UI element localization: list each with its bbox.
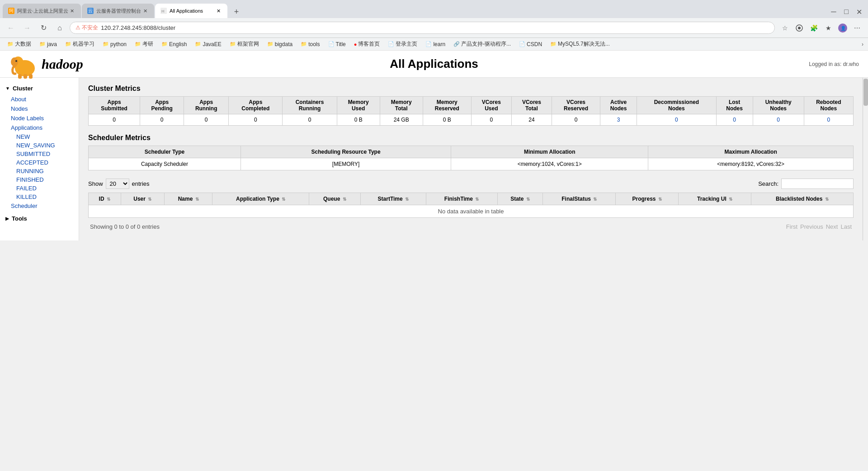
tab-close-1[interactable]: ✕ (68, 7, 75, 14)
sidebar-node-labels[interactable]: Node Labels (0, 113, 79, 123)
bookmarks-more-button[interactable]: › (862, 41, 863, 47)
address-bar[interactable]: ⚠ 不安全 120.27.248.245:8088/cluster (70, 22, 775, 34)
forward-button[interactable]: → (21, 22, 33, 34)
th-finish-time[interactable]: FinishTime ⇅ (426, 193, 497, 205)
close-window-button[interactable]: ✕ (853, 5, 865, 18)
cluster-toggle[interactable]: ▼ Cluster (0, 82, 79, 94)
td-vcores-reserved: 0 (552, 114, 600, 126)
bookmark-learn[interactable]: 📄 learn (423, 40, 448, 48)
favorites-icon[interactable]: ☆ (778, 22, 791, 34)
th-start-time[interactable]: StartTime ⇅ (361, 193, 426, 205)
bookmark-javaee[interactable]: 📁 JavaEE (192, 40, 224, 48)
td-lost-nodes: 0 (716, 114, 753, 126)
tab-close-3[interactable]: ✕ (215, 7, 222, 14)
browser-tab-1[interactable]: 阿 阿里云·上云就上阿里云 ✕ (3, 4, 81, 18)
sidebar-app-new-saving[interactable]: NEW_SAVING (0, 141, 79, 150)
rebooted-nodes-link[interactable]: 0 (827, 117, 830, 123)
sidebar-app-killed[interactable]: KILLED (0, 193, 79, 201)
scroll-thumb[interactable] (863, 79, 868, 106)
last-page-button[interactable]: Last (840, 223, 852, 230)
th-name[interactable]: Name ⇅ (164, 193, 212, 205)
bookmark-python[interactable]: 📁 python (100, 40, 129, 48)
th-queue[interactable]: Queue ⇅ (309, 193, 360, 205)
back-button[interactable]: ← (5, 22, 17, 34)
sidebar-about[interactable]: About (0, 94, 79, 104)
page-scrollbar[interactable] (863, 78, 868, 240)
search-label: Search: (758, 180, 778, 187)
lost-nodes-link[interactable]: 0 (733, 117, 736, 123)
bookmark-java[interactable]: 📁 java (37, 40, 60, 48)
tools-label: Tools (12, 215, 27, 222)
star-icon[interactable]: ★ (822, 22, 835, 34)
th-tracking-ui[interactable]: Tracking UI ⇅ (679, 193, 751, 205)
td-maximum-allocation: <memory:8192, vCores:32> (648, 158, 854, 170)
th-id[interactable]: ID ⇅ (89, 193, 121, 205)
sidebar-app-failed[interactable]: FAILED (0, 184, 79, 193)
th-blacklisted-nodes[interactable]: Blacklisted Nodes ⇅ (751, 193, 853, 205)
svg-rect-10 (18, 74, 22, 79)
browser-tab-3[interactable]: H All Applications ✕ (155, 4, 227, 18)
bookmark-english[interactable]: 📁 English (159, 40, 189, 48)
no-data-row: No data available in table (89, 205, 854, 218)
tab-close-2[interactable]: ✕ (142, 7, 149, 14)
sidebar-app-new[interactable]: NEW (0, 132, 79, 141)
bookmark-product[interactable]: 🔗 产品支持-驱动程序... (451, 39, 514, 49)
active-nodes-link[interactable]: 3 (617, 117, 620, 123)
page-title: All Applications (390, 57, 478, 71)
maximize-button[interactable]: □ (840, 5, 853, 18)
th-progress[interactable]: Progress ⇅ (616, 193, 679, 205)
th-active-nodes: ActiveNodes (600, 97, 637, 114)
browser-tab-2[interactable]: 云 云服务器管理控制台 ✕ (82, 4, 154, 18)
decommissioned-nodes-link[interactable]: 0 (675, 117, 678, 123)
th-user[interactable]: User ⇅ (121, 193, 164, 205)
collections-icon[interactable] (793, 22, 806, 34)
first-page-button[interactable]: First (786, 223, 797, 230)
bookmark-mysql[interactable]: 📁 MySQL5.7解决无法... (547, 39, 613, 49)
new-tab-button[interactable]: + (230, 5, 243, 18)
tab-favicon-3: H (160, 8, 167, 14)
th-apps-running: AppsRunning (184, 97, 229, 114)
bookmark-bigdata[interactable]: 📁 bigdata (264, 40, 295, 48)
home-button[interactable]: ⌂ (53, 22, 66, 34)
bookmark-tools[interactable]: 📁 tools (298, 40, 322, 48)
next-page-button[interactable]: Next (826, 223, 838, 230)
th-state[interactable]: State ⇅ (497, 193, 543, 205)
sidebar-app-finished[interactable]: FINISHED (0, 175, 79, 184)
th-scheduler-type: Scheduler Type (89, 146, 241, 158)
bookmark-dadashuju[interactable]: 📁 大数据 (5, 39, 34, 49)
sidebar-applications[interactable]: Applications (0, 123, 79, 132)
previous-page-button[interactable]: Previous (800, 223, 823, 230)
th-rebooted-nodes: RebootedNodes (804, 97, 853, 114)
unhealthy-nodes-link[interactable]: 0 (777, 117, 780, 123)
sidebar-app-running[interactable]: RUNNING (0, 167, 79, 175)
th-vcores-total: VCoresTotal (511, 97, 552, 114)
bookmark-kuangjia[interactable]: 📁 框架官网 (227, 39, 262, 49)
bookmark-kaoyan[interactable]: 📁 考研 (132, 39, 156, 49)
bookmarks-bar: 📁 大数据 📁 java 📁 机器学习 📁 python 📁 考研 📁 Engl… (0, 38, 868, 51)
search-input[interactable] (781, 179, 854, 189)
applications-table: ID ⇅ User ⇅ Name ⇅ Application Type ⇅ Qu… (88, 193, 854, 218)
sidebar: ▼ Cluster About Nodes Node Labels Applic… (0, 78, 79, 240)
th-application-type[interactable]: Application Type ⇅ (212, 193, 309, 205)
bookmark-blog[interactable]: ● 博客首页 (351, 39, 383, 49)
menu-icon[interactable]: ⋯ (851, 22, 863, 34)
th-unhealthy-nodes: UnhealthyNodes (753, 97, 804, 114)
profile-icon[interactable]: 👤 (836, 22, 849, 34)
extensions-icon[interactable]: 🧩 (807, 22, 820, 34)
bookmark-title[interactable]: 📄 Title (326, 40, 349, 48)
sidebar-app-submitted[interactable]: SUBMITTED (0, 150, 79, 158)
bookmark-csdn[interactable]: 📄 CSDN (516, 40, 545, 48)
minimize-button[interactable]: ─ (827, 5, 840, 18)
td-minimum-allocation: <memory:1024, vCores:1> (451, 158, 648, 170)
reload-button[interactable]: ↻ (37, 22, 50, 34)
th-memory-reserved: MemoryReserved (423, 97, 471, 114)
sidebar-nodes[interactable]: Nodes (0, 104, 79, 113)
sidebar-app-accepted[interactable]: ACCEPTED (0, 158, 79, 167)
sidebar-scheduler[interactable]: Scheduler (0, 201, 79, 211)
tools-toggle[interactable]: ▶ Tools (0, 212, 79, 225)
bookmark-jiqixuexi[interactable]: 📁 机器学习 (62, 39, 97, 49)
bookmark-login[interactable]: 📄 登录主页 (385, 39, 420, 49)
show-select[interactable]: 10 20 25 50 100 (106, 179, 129, 189)
th-final-status[interactable]: FinalStatus ⇅ (543, 193, 616, 205)
td-memory-used: 0 B (337, 114, 380, 126)
